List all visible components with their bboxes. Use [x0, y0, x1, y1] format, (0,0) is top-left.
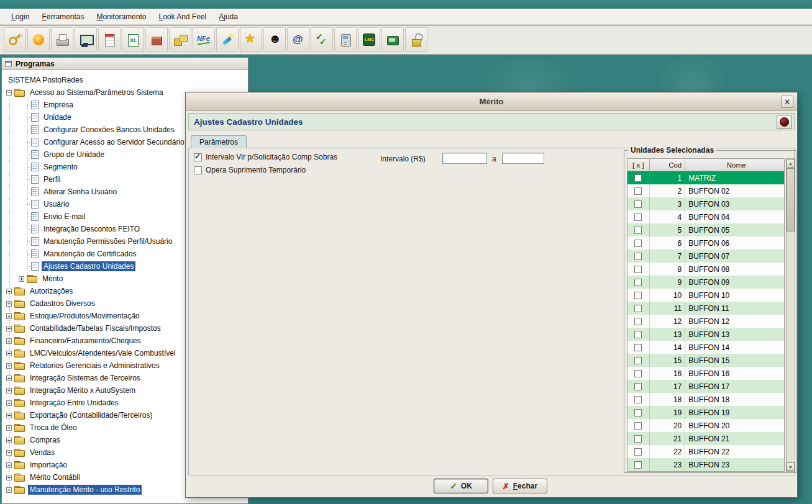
unit-row[interactable]: 19BUFFON 19 — [627, 406, 784, 419]
unit-row[interactable]: 13BUFFON 13 — [627, 328, 784, 341]
column-header[interactable]: [ x ] — [627, 159, 650, 171]
star-button[interactable] — [240, 27, 262, 52]
expand-plus-icon[interactable] — [6, 388, 12, 394]
unit-checkbox[interactable] — [634, 279, 642, 286]
close-button[interactable]: × — [781, 96, 793, 108]
nfe-button[interactable] — [193, 27, 215, 52]
interval-to-input[interactable] — [502, 153, 544, 164]
unit-checkbox[interactable] — [634, 383, 642, 390]
unit-row[interactable]: 3BUFFON 03 — [627, 197, 784, 210]
open-padlock-button[interactable] — [405, 27, 427, 52]
expand-plus-icon[interactable] — [6, 289, 12, 294]
unit-row[interactable]: 16BUFFON 16 — [627, 367, 784, 380]
unit-row[interactable]: 11BUFFON 11 — [627, 302, 784, 315]
expand-plus-icon[interactable] — [6, 425, 12, 431]
unit-checkbox[interactable] — [634, 240, 642, 247]
unit-checkbox[interactable] — [634, 370, 642, 377]
column-header[interactable]: Nome — [685, 159, 784, 171]
scroll-down-button[interactable]: ▼ — [787, 462, 795, 471]
unit-row[interactable]: 23BUFFON 23 — [627, 458, 784, 471]
intervalo-checkbox[interactable]: ✓ — [194, 153, 202, 161]
paintbrush-button[interactable] — [216, 27, 239, 52]
expand-plus-icon[interactable] — [6, 487, 12, 493]
unit-row[interactable]: 18BUFFON 18 — [627, 393, 784, 406]
expand-plus-icon[interactable] — [6, 376, 12, 381]
expand-plus-icon[interactable] — [6, 351, 12, 356]
expand-plus-icon[interactable] — [6, 326, 12, 331]
menu-item-ajuda[interactable]: Ajuda — [212, 11, 244, 23]
unit-checkbox[interactable] — [634, 253, 642, 260]
unit-checkbox[interactable] — [634, 448, 642, 456]
menu-item-monitoramento[interactable]: Monitoramento — [90, 11, 152, 23]
packages-button[interactable] — [169, 27, 191, 52]
unit-row[interactable]: 1MATRIZ — [627, 171, 784, 184]
column-header[interactable]: Cod — [650, 159, 686, 171]
unit-checkbox[interactable] — [634, 200, 642, 208]
expand-plus-icon[interactable] — [6, 475, 12, 480]
collapse-minus-icon[interactable] — [6, 90, 12, 96]
unit-checkbox[interactable] — [634, 331, 642, 338]
unit-row[interactable]: 5BUFFON 05 — [627, 223, 784, 236]
programs-panel-header[interactable]: Programas — [2, 58, 248, 70]
ledger-book-button[interactable] — [381, 27, 404, 52]
unit-row[interactable]: 21BUFFON 21 — [627, 432, 784, 445]
unit-checkbox[interactable] — [634, 318, 642, 325]
expand-plus-icon[interactable] — [6, 400, 12, 406]
interval-from-input[interactable] — [442, 153, 487, 164]
fechar-button[interactable]: ✗ Fechar — [493, 479, 547, 493]
package-button[interactable] — [145, 27, 168, 52]
expand-plus-icon[interactable] — [6, 363, 12, 369]
unit-row[interactable]: 22BUFFON 22 — [627, 445, 784, 458]
unit-checkbox[interactable] — [634, 266, 642, 273]
unit-row[interactable]: 12BUFFON 12 — [627, 315, 784, 328]
unit-row[interactable]: 8BUFFON 08 — [627, 263, 784, 276]
dialog-titlebar[interactable]: Mérito — [186, 92, 797, 111]
units-scrollbar[interactable]: ▲ ▼ — [786, 158, 795, 472]
tree-node[interactable]: SISTEMA PostoRedes — [2, 74, 248, 86]
menu-item-ferramentas[interactable]: Ferramentas — [35, 11, 90, 23]
unit-checkbox[interactable] — [634, 409, 642, 416]
unit-row[interactable]: 20BUFFON 20 — [627, 419, 784, 432]
card-terminal-button[interactable] — [334, 27, 357, 52]
menu-item-login[interactable]: Login — [5, 11, 35, 23]
unit-row[interactable]: 14BUFFON 14 — [627, 341, 784, 354]
expand-plus-icon[interactable] — [6, 413, 12, 418]
unit-checkbox[interactable] — [634, 214, 642, 221]
contact-face-button[interactable] — [263, 27, 286, 52]
printer-button[interactable] — [51, 27, 73, 52]
expand-plus-icon[interactable] — [6, 338, 12, 344]
unit-checkbox[interactable] — [634, 461, 642, 469]
unit-row[interactable]: 2BUFFON 02 — [627, 184, 784, 197]
unit-row[interactable]: 15BUFFON 15 — [627, 354, 784, 367]
unit-row[interactable]: 4BUFFON 04 — [627, 210, 784, 223]
expand-plus-icon[interactable] — [6, 462, 12, 468]
unit-checkbox[interactable] — [634, 305, 642, 312]
unit-checkbox[interactable] — [634, 174, 642, 182]
unit-row[interactable]: 10BUFFON 10 — [627, 289, 784, 302]
unit-row[interactable]: 6BUFFON 06 — [627, 236, 784, 250]
scroll-thumb[interactable] — [787, 168, 795, 232]
tab-parametros[interactable]: Parâmetros — [191, 135, 247, 148]
menu-item-look-and-feel[interactable]: Look And Feel — [152, 11, 212, 23]
unit-row[interactable]: 7BUFFON 07 — [627, 250, 784, 263]
unit-checkbox[interactable] — [634, 357, 642, 364]
unit-checkbox[interactable] — [634, 292, 642, 299]
opera-checkbox[interactable]: ✓ — [194, 166, 202, 174]
unit-checkbox[interactable] — [634, 187, 642, 195]
scroll-up-button[interactable]: ▲ — [787, 159, 795, 168]
expand-plus-icon[interactable] — [6, 301, 12, 307]
key-button[interactable] — [4, 27, 26, 52]
notepad-button[interactable] — [98, 27, 121, 52]
unit-row[interactable]: 9BUFFON 09 — [627, 276, 784, 289]
unit-row[interactable]: 17BUFFON 17 — [627, 380, 784, 393]
expand-plus-icon[interactable] — [6, 313, 12, 319]
coin-button[interactable] — [27, 27, 50, 52]
spreadsheet-button[interactable] — [122, 27, 144, 52]
checklist-button[interactable] — [311, 27, 333, 52]
dialog-header-button[interactable] — [777, 115, 792, 129]
expand-plus-icon[interactable] — [19, 276, 24, 282]
email-at-button[interactable] — [287, 27, 309, 52]
unit-checkbox[interactable] — [634, 344, 642, 351]
lmc-logo-button[interactable] — [358, 27, 380, 52]
ok-button[interactable]: ✓ OK — [434, 479, 488, 493]
